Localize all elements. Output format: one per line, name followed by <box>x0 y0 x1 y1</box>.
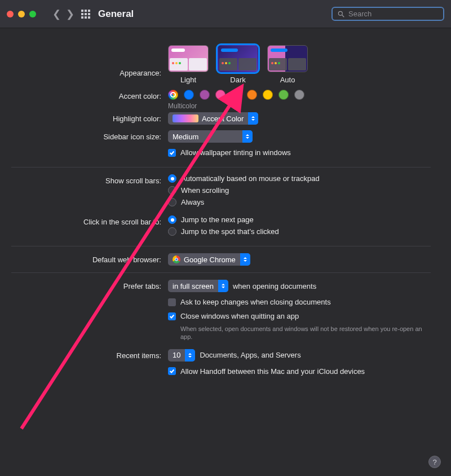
recent-select[interactable]: 10 <box>168 349 195 362</box>
help-button[interactable]: ? <box>428 456 441 468</box>
forward-button[interactable]: ❯ <box>63 8 77 20</box>
search-field[interactable] <box>331 7 444 21</box>
chevron-updown-icon <box>248 112 258 125</box>
chevron-updown-icon <box>242 130 253 143</box>
divider <box>11 246 431 246</box>
accent-purple[interactable] <box>200 90 210 100</box>
checkmark-icon <box>168 312 176 320</box>
chevron-updown-icon <box>185 349 195 362</box>
scroll-always-radio[interactable]: Always <box>168 198 204 206</box>
accent-green[interactable] <box>278 90 289 100</box>
jump-spot-label: Jump to the spot that's clicked <box>181 227 279 236</box>
search-input[interactable] <box>348 10 439 18</box>
accent-orange[interactable] <box>247 90 257 100</box>
accent-red[interactable] <box>231 90 241 100</box>
wallpaper-tint-checkbox[interactable]: Allow wallpaper tinting in windows <box>168 148 431 157</box>
tabs-label: Prefer tabs: <box>11 280 168 290</box>
window-controls <box>7 11 36 17</box>
scroll-whenscrolling-radio[interactable]: When scrolling <box>168 186 229 195</box>
search-icon <box>337 10 345 18</box>
minimize-window-button[interactable] <box>18 11 25 17</box>
appearance-option-auto[interactable]: Auto <box>267 45 308 84</box>
sidebar-size-value: Medium <box>173 133 198 141</box>
highlight-select[interactable]: Accent Color <box>168 112 258 125</box>
scroll-whenscrolling-label: When scrolling <box>181 186 229 195</box>
close-windows-note: When selected, open documents and window… <box>180 325 431 341</box>
prefs-content: Appearance: Light Dark Auto Accent color… <box>0 28 451 396</box>
accent-multicolor[interactable] <box>168 90 178 100</box>
browser-label: Default web browser: <box>11 253 168 264</box>
checkmark-icon <box>168 367 176 375</box>
tabs-select[interactable]: in full screen <box>168 280 228 292</box>
handoff-checkbox[interactable]: Allow Handoff between this Mac and your … <box>168 367 431 376</box>
appearance-auto-label: Auto <box>267 76 308 84</box>
divider <box>11 272 431 273</box>
appearance-label: Appearance: <box>11 52 168 77</box>
window-title: General <box>98 8 134 20</box>
close-windows-checkbox[interactable]: Close windows when quitting an app <box>168 312 299 320</box>
scroll-bars-label: Show scroll bars: <box>11 174 168 185</box>
handoff-label: Allow Handoff between this Mac and your … <box>180 367 365 376</box>
recent-label: Recent items: <box>11 349 168 360</box>
sidebar-size-select[interactable]: Medium <box>168 130 253 143</box>
close-windows-label: Close windows when quitting an app <box>180 312 299 320</box>
highlight-label: Highlight color: <box>11 112 168 123</box>
checkmark-icon <box>168 149 176 157</box>
accent-yellow[interactable] <box>263 90 273 100</box>
jump-next-label: Jump to the next page <box>181 215 254 224</box>
chrome-icon <box>173 255 180 263</box>
appearance-light-label: Light <box>168 76 209 84</box>
jump-next-radio[interactable]: Jump to the next page <box>168 215 254 224</box>
chevron-updown-icon <box>240 253 250 266</box>
accent-blue[interactable] <box>184 90 194 100</box>
scroll-always-label: Always <box>181 198 204 206</box>
browser-value: Google Chrome <box>184 255 236 264</box>
checkbox-icon <box>168 298 176 306</box>
browser-select[interactable]: Google Chrome <box>168 253 250 266</box>
scroll-auto-radio[interactable]: Automatically based on mouse or trackpad <box>168 174 320 183</box>
chevron-updown-icon <box>218 280 228 292</box>
accent-label: Accent color: <box>11 90 168 100</box>
show-all-prefs-icon[interactable] <box>81 10 90 19</box>
accent-pink[interactable] <box>215 90 226 100</box>
appearance-option-dark[interactable]: Dark <box>218 45 258 84</box>
zoom-window-button[interactable] <box>29 11 36 17</box>
titlebar: ❮ ❯ General <box>0 0 451 28</box>
accent-selected-label: Multicolor <box>168 102 431 110</box>
svg-line-1 <box>342 15 344 17</box>
recent-suffix: Documents, Apps, and Servers <box>200 351 300 359</box>
ask-changes-checkbox[interactable]: Ask to keep changes when closing documen… <box>168 298 431 306</box>
close-window-button[interactable] <box>7 11 14 17</box>
appearance-dark-label: Dark <box>218 76 258 84</box>
back-button[interactable]: ❮ <box>50 8 63 20</box>
wallpaper-tint-label: Allow wallpaper tinting in windows <box>180 148 291 157</box>
highlight-swatch-icon <box>173 114 198 122</box>
sidebar-size-label: Sidebar icon size: <box>11 130 168 141</box>
scroll-click-label: Click in the scroll bar to: <box>11 215 168 226</box>
scroll-auto-label: Automatically based on mouse or trackpad <box>181 174 320 183</box>
svg-point-0 <box>338 11 342 15</box>
highlight-value: Accent Color <box>202 114 244 123</box>
accent-graphite[interactable] <box>294 90 304 100</box>
divider <box>11 167 431 168</box>
jump-spot-radio[interactable]: Jump to the spot that's clicked <box>168 227 279 236</box>
tabs-suffix: when opening documents <box>233 282 316 290</box>
ask-changes-label: Ask to keep changes when closing documen… <box>180 298 331 306</box>
tabs-value: in full screen <box>173 282 214 290</box>
recent-value: 10 <box>173 351 180 359</box>
appearance-option-light[interactable]: Light <box>168 45 209 84</box>
